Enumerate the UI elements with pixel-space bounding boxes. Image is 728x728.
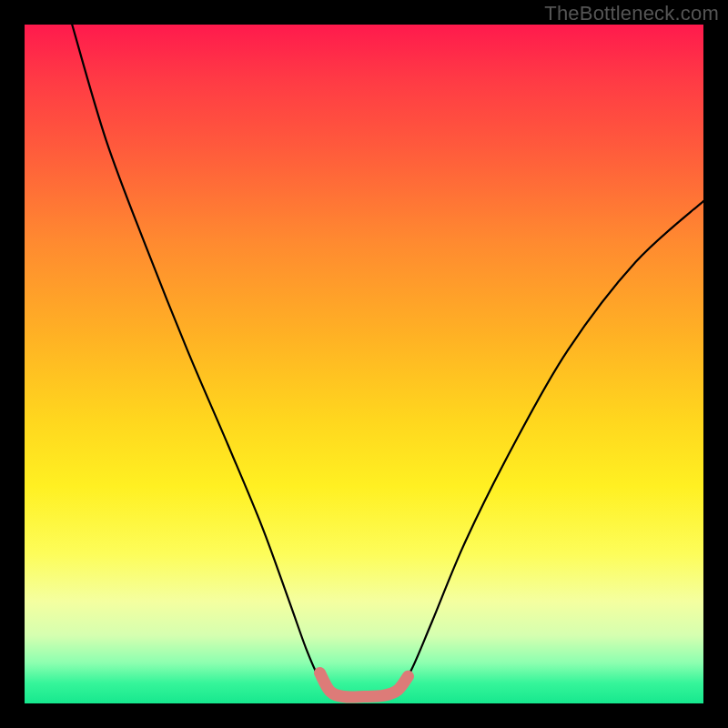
trough-marker: [320, 672, 409, 697]
curve-svg: [25, 25, 703, 703]
chart-container: TheBottleneck.com: [0, 0, 728, 728]
watermark-text: TheBottleneck.com: [544, 2, 719, 25]
bottleneck-curve: [72, 25, 703, 698]
